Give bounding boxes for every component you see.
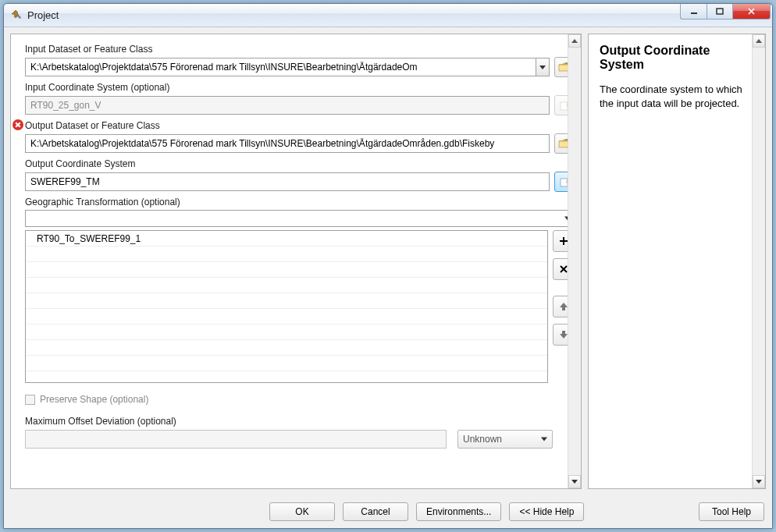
- svg-rect-2: [691, 12, 697, 14]
- svg-rect-3: [717, 9, 723, 14]
- chevron-up-icon: [571, 39, 578, 43]
- scroll-track[interactable]: [753, 48, 765, 475]
- geo-transform-block: Geographic Transformation (optional) RT9…: [25, 197, 575, 383]
- list-item: .: [26, 246, 547, 262]
- close-button[interactable]: [733, 4, 771, 20]
- list-item: .: [26, 309, 547, 325]
- svg-marker-12: [560, 303, 568, 310]
- help-body: The coordinate system to which the input…: [600, 83, 754, 110]
- max-offset-field: [25, 430, 447, 449]
- minimize-button[interactable]: [680, 4, 707, 20]
- scroll-up-button[interactable]: [753, 34, 765, 48]
- maximize-icon: [716, 8, 724, 16]
- chevron-down-icon: [756, 480, 762, 484]
- output-cs-label: Output Coordinate System: [25, 158, 575, 169]
- main-scroll: Input Dataset or Feature Class: [11, 34, 581, 488]
- list-item: .: [26, 340, 547, 356]
- input-dataset-label: Input Dataset or Feature Class: [25, 44, 575, 55]
- input-cs-field: [25, 96, 550, 115]
- output-dataset-label: Output Dataset or Feature Class: [25, 120, 575, 131]
- output-cs-field[interactable]: [25, 172, 550, 191]
- max-offset-block: Maximum Offset Deviation (optional) Unkn…: [25, 416, 575, 449]
- input-dataset-block: Input Dataset or Feature Class: [25, 44, 575, 77]
- list-item: .: [26, 356, 547, 371]
- content-area: Input Dataset or Feature Class: [4, 27, 772, 495]
- geo-transform-label: Geographic Transformation (optional): [25, 197, 575, 207]
- chevron-down-icon: [541, 438, 547, 442]
- environments-button[interactable]: Environments...: [416, 502, 501, 521]
- window-title: Project: [27, 9, 59, 21]
- output-dataset-field[interactable]: [25, 134, 550, 153]
- button-bar: OK Cancel Environments... << Hide Help T…: [4, 495, 772, 528]
- close-icon: [747, 7, 756, 16]
- error-icon: [12, 119, 23, 130]
- scroll-track[interactable]: [568, 48, 581, 475]
- help-scrollbar[interactable]: [752, 34, 765, 488]
- geo-transform-select[interactable]: [25, 210, 575, 227]
- window-controls: [680, 4, 772, 27]
- hide-help-button[interactable]: << Hide Help: [509, 502, 584, 521]
- svg-rect-9: [560, 240, 568, 242]
- list-item: .: [26, 262, 547, 278]
- main-panel: Input Dataset or Feature Class: [10, 34, 582, 489]
- max-offset-label: Maximum Offset Deviation (optional): [25, 416, 575, 427]
- svg-marker-13: [560, 331, 568, 339]
- list-item: .: [26, 278, 547, 293]
- project-tool-icon: [10, 9, 23, 22]
- titlebar: Project: [4, 4, 772, 27]
- input-cs-label: Input Coordinate System (optional): [25, 82, 575, 93]
- max-offset-unit-value: Unknown: [463, 434, 502, 445]
- project-dialog: Project Input Dataset or Feature Class: [3, 3, 773, 529]
- chevron-down-icon: [571, 480, 578, 484]
- help-title: Output Coordinate System: [600, 44, 754, 72]
- list-item: .: [26, 325, 547, 340]
- help-panel: Output Coordinate System The coordinate …: [588, 34, 766, 489]
- list-item: .: [26, 293, 547, 309]
- output-cs-block: Output Coordinate System: [25, 158, 575, 192]
- cancel-button[interactable]: Cancel: [343, 502, 408, 521]
- input-dataset-field[interactable]: [25, 58, 536, 76]
- tool-help-button[interactable]: Tool Help: [699, 502, 764, 521]
- maximize-button[interactable]: [707, 4, 733, 20]
- geo-transform-list[interactable]: RT90_To_SWEREF99_1 . . . . . . . .: [25, 230, 548, 383]
- input-cs-block: Input Coordinate System (optional): [25, 82, 575, 115]
- list-item[interactable]: RT90_To_SWEREF99_1: [26, 231, 547, 246]
- scroll-down-button[interactable]: [753, 475, 765, 488]
- preserve-shape-label: Preserve Shape (optional): [40, 394, 148, 405]
- preserve-shape-checkbox: [25, 395, 35, 405]
- main-scrollbar[interactable]: [568, 34, 581, 488]
- preserve-shape-row: Preserve Shape (optional): [25, 394, 575, 405]
- minimize-icon: [690, 8, 698, 16]
- ok-button[interactable]: OK: [269, 502, 335, 521]
- output-dataset-block: Output Dataset or Feature Class: [25, 120, 575, 154]
- scroll-down-button[interactable]: [568, 475, 581, 488]
- chevron-up-icon: [756, 39, 762, 43]
- max-offset-unit-select: Unknown: [457, 430, 553, 449]
- scroll-up-button[interactable]: [568, 34, 581, 48]
- input-dataset-combo[interactable]: [25, 58, 550, 76]
- chevron-down-icon[interactable]: [536, 58, 550, 76]
